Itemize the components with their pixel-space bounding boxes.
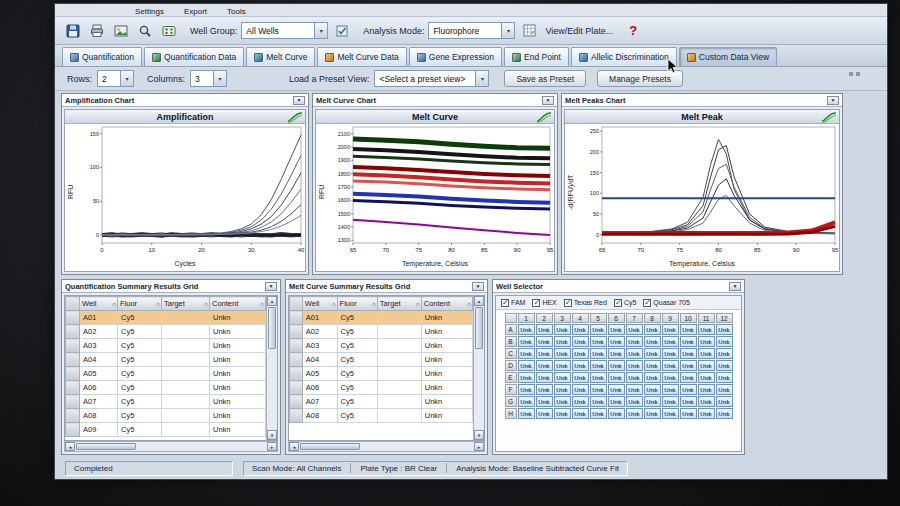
chevron-down-icon[interactable] xyxy=(729,282,741,291)
vertical-scrollbar[interactable] xyxy=(473,296,484,440)
well-cell-H5[interactable]: Unk xyxy=(590,408,607,419)
well-cell-C8[interactable]: Unk xyxy=(644,348,661,359)
well-row-header[interactable]: B xyxy=(505,336,517,347)
column-header-well[interactable]: Well xyxy=(302,297,337,311)
well-cell-G9[interactable]: Unk xyxy=(662,396,679,407)
well-cell-D7[interactable]: Unk xyxy=(626,360,643,371)
well-cell-G11[interactable]: Unk xyxy=(698,396,715,407)
column-header-well[interactable]: Well xyxy=(80,297,118,311)
print-button[interactable] xyxy=(87,21,107,41)
well-column-header[interactable]: 4 xyxy=(572,313,589,323)
well-cell-E3[interactable]: Unk xyxy=(554,372,571,383)
well-cell-D5[interactable]: Unk xyxy=(590,360,607,371)
well-cell-A7[interactable]: Unk xyxy=(626,324,643,335)
well-column-header[interactable]: 9 xyxy=(662,313,679,323)
well-cell-F10[interactable]: Unk xyxy=(680,384,697,395)
well-cell-H1[interactable]: Unk xyxy=(518,408,535,419)
well-cell-A6[interactable]: Unk xyxy=(608,324,625,335)
well-column-header[interactable]: 5 xyxy=(590,313,607,323)
scroll-up-icon[interactable] xyxy=(474,296,484,306)
table-row[interactable]: A09Cy5Unkn xyxy=(66,423,266,437)
scroll-right-icon[interactable] xyxy=(474,442,484,451)
well-cell-D3[interactable]: Unk xyxy=(554,360,571,371)
well-cell-H4[interactable]: Unk xyxy=(572,408,589,419)
well-cell-C6[interactable]: Unk xyxy=(608,348,625,359)
save-button[interactable] xyxy=(63,21,83,41)
well-cell-C7[interactable]: Unk xyxy=(626,348,643,359)
well-cell-E2[interactable]: Unk xyxy=(536,372,553,383)
tab-melt-curve[interactable]: Melt Curve xyxy=(246,47,315,66)
well-row-header[interactable]: F xyxy=(505,384,517,395)
well-cell-E1[interactable]: Unk xyxy=(518,372,535,383)
well-cell-G7[interactable]: Unk xyxy=(626,396,643,407)
well-cell-G1[interactable]: Unk xyxy=(518,396,535,407)
save-as-preset-button[interactable]: Save as Preset xyxy=(504,70,586,87)
well-cell-H3[interactable]: Unk xyxy=(554,408,571,419)
well-cell-G10[interactable]: Unk xyxy=(680,396,697,407)
well-cell-C1[interactable]: Unk xyxy=(518,348,535,359)
scroll-thumb[interactable] xyxy=(76,443,136,450)
table-row[interactable]: A05Cy5Unkn xyxy=(290,367,473,381)
well-cell-C9[interactable]: Unk xyxy=(662,348,679,359)
scroll-thumb[interactable] xyxy=(475,307,483,349)
well-cell-G6[interactable]: Unk xyxy=(608,396,625,407)
plate-wells-button[interactable] xyxy=(159,21,179,41)
scroll-thumb[interactable] xyxy=(300,443,360,450)
well-cell-G5[interactable]: Unk xyxy=(590,396,607,407)
well-cell-A4[interactable]: Unk xyxy=(572,324,589,335)
column-header-target[interactable]: Target xyxy=(377,297,421,311)
well-cell-F2[interactable]: Unk xyxy=(536,384,553,395)
well-cell-G12[interactable]: Unk xyxy=(716,396,733,407)
well-cell-A10[interactable]: Unk xyxy=(680,324,697,335)
well-row-header[interactable]: D xyxy=(505,360,517,371)
menu-export[interactable]: Export xyxy=(182,7,209,16)
well-cell-E7[interactable]: Unk xyxy=(626,372,643,383)
well-cell-E12[interactable]: Unk xyxy=(716,372,733,383)
chevron-down-icon[interactable] xyxy=(265,282,277,291)
column-header-content[interactable]: Content xyxy=(210,297,266,311)
tab-gene-expression[interactable]: Gene Expression xyxy=(409,47,502,66)
export-image-button[interactable] xyxy=(111,21,131,41)
well-cell-C5[interactable]: Unk xyxy=(590,348,607,359)
table-row[interactable]: A06Cy5Unkn xyxy=(290,381,473,395)
well-row-header[interactable]: H xyxy=(505,408,517,419)
well-cell-B12[interactable]: Unk xyxy=(716,336,733,347)
well-cell-F12[interactable]: Unk xyxy=(716,384,733,395)
well-cell-H8[interactable]: Unk xyxy=(644,408,661,419)
table-row[interactable]: A08Cy5Unkn xyxy=(290,409,473,423)
well-cell-F4[interactable]: Unk xyxy=(572,384,589,395)
table-row[interactable]: A07Cy5Unkn xyxy=(66,395,266,409)
vertical-scrollbar[interactable] xyxy=(266,296,277,440)
view-edit-plate-button[interactable]: View/Edit Plate... xyxy=(545,26,613,36)
scroll-down-icon[interactable] xyxy=(267,430,277,440)
scroll-right-icon[interactable] xyxy=(267,442,277,451)
well-cell-C12[interactable]: Unk xyxy=(716,348,733,359)
table-row[interactable]: A06Cy5Unkn xyxy=(66,381,266,395)
scroll-up-icon[interactable] xyxy=(267,296,277,306)
well-cell-B9[interactable]: Unk xyxy=(662,336,679,347)
scroll-thumb[interactable] xyxy=(268,307,276,349)
column-header-target[interactable]: Target xyxy=(162,297,210,311)
tab-end-point[interactable]: End Point xyxy=(504,47,569,66)
help-button[interactable]: ? xyxy=(629,23,637,38)
column-header-fluor[interactable]: Fluor xyxy=(118,297,162,311)
amplification-plot[interactable]: 010203040050100150 xyxy=(76,124,305,256)
well-cell-G2[interactable]: Unk xyxy=(536,396,553,407)
chevron-down-icon[interactable] xyxy=(293,96,305,105)
table-row[interactable]: A07Cy5Unkn xyxy=(290,395,473,409)
well-cell-A8[interactable]: Unk xyxy=(644,324,661,335)
well-cell-H2[interactable]: Unk xyxy=(536,408,553,419)
well-column-header[interactable]: 1 xyxy=(518,313,535,323)
well-cell-F5[interactable]: Unk xyxy=(590,384,607,395)
well-column-header[interactable]: 10 xyxy=(680,313,697,323)
tab-allelic-discrimination[interactable]: Allelic Discrimination xyxy=(571,47,677,66)
well-cell-E4[interactable]: Unk xyxy=(572,372,589,383)
fluorophore-checkbox-texas-red[interactable]: Texas Red xyxy=(564,299,607,307)
well-cell-A1[interactable]: Unk xyxy=(518,324,535,335)
well-cell-B6[interactable]: Unk xyxy=(608,336,625,347)
well-cell-A9[interactable]: Unk xyxy=(662,324,679,335)
well-column-header[interactable]: 8 xyxy=(644,313,661,323)
well-cell-F6[interactable]: Unk xyxy=(608,384,625,395)
well-row-header[interactable]: G xyxy=(505,396,517,407)
table-row[interactable]: A03Cy5Unkn xyxy=(290,339,473,353)
